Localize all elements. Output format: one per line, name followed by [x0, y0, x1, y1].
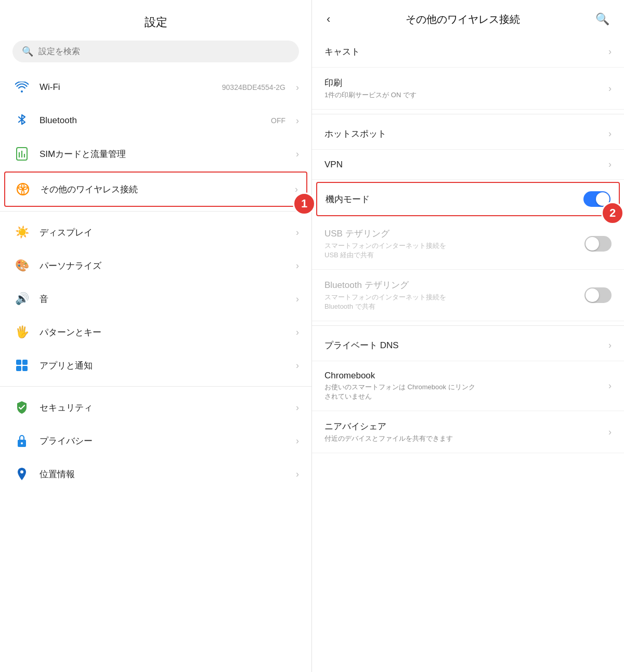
right-item-cast[interactable]: キャスト ›: [312, 36, 624, 68]
search-input[interactable]: [38, 47, 290, 56]
security-label: セキュリティ: [40, 402, 288, 414]
cast-label: キャスト: [324, 46, 600, 58]
hotspot-label: ホットスポット: [324, 128, 600, 140]
print-sub: 1件の印刷サービスが ON です: [324, 90, 600, 100]
divider-2: [0, 386, 311, 387]
dns-chevron: ›: [608, 340, 612, 351]
display-label-area: ディスプレイ: [40, 227, 288, 239]
right-item-nearby[interactable]: ニアバイシェア 付近のデバイスとファイルを共有できます ›: [312, 411, 624, 453]
apps-label-area: アプリと通知: [40, 360, 288, 372]
pattern-label-area: パターンとキー: [40, 326, 288, 338]
bluetooth-label-area: Bluetooth: [40, 115, 263, 126]
svg-point-5: [22, 188, 24, 190]
privacy-label-area: プライバシー: [40, 435, 288, 447]
bt-tether-label: Bluetooth テザリング: [324, 279, 576, 291]
bluetooth-status: OFF: [271, 116, 285, 125]
personalize-chevron: ›: [296, 260, 299, 271]
right-item-hotspot[interactable]: ホットスポット ›: [312, 118, 624, 150]
apps-label: アプリと通知: [40, 360, 288, 372]
hotspot-label-area: ホットスポット: [324, 128, 600, 140]
right-search-button[interactable]: 🔍: [591, 10, 614, 28]
sidebar-item-apps[interactable]: アプリと通知 ›: [0, 349, 311, 382]
display-chevron: ›: [296, 227, 299, 238]
airplane-label: 機内モード: [326, 193, 575, 205]
sound-icon: 🔊: [12, 289, 31, 308]
sidebar-item-location[interactable]: 位置情報 ›: [0, 457, 311, 491]
nearby-chevron: ›: [608, 427, 612, 438]
bt-tether-toggle: [584, 287, 612, 303]
vpn-label: VPN: [324, 160, 600, 170]
chromebook-label-area: Chromebook お使いのスマートフォンは Chromebook にリンクさ…: [324, 371, 600, 401]
personalize-label: パーソナライズ: [40, 260, 288, 272]
usb-tether-toggle: [584, 236, 612, 252]
right-item-airplane[interactable]: 機内モード 2: [316, 182, 620, 216]
left-panel: 設定 🔍 Wi-Fi 90324BDE4554-2G › Bluetooth: [0, 0, 312, 672]
security-label-area: セキュリティ: [40, 402, 288, 414]
display-icon: ☀️: [12, 223, 31, 242]
sidebar-item-display[interactable]: ☀️ ディスプレイ ›: [0, 216, 311, 249]
sound-chevron: ›: [296, 294, 299, 305]
sidebar-item-personalize[interactable]: 🎨 パーソナライズ ›: [0, 249, 311, 282]
print-label-area: 印刷 1件の印刷サービスが ON です: [324, 77, 600, 100]
wireless-label-area: その他のワイヤレス接続: [41, 183, 287, 195]
wireless-other-icon: [14, 180, 32, 199]
sound-label: 音: [40, 293, 288, 305]
right-panel-title: その他のワイヤレス接続: [340, 12, 586, 27]
sidebar-item-privacy[interactable]: プライバシー ›: [0, 424, 311, 457]
hotspot-chevron: ›: [608, 128, 612, 139]
right-item-print[interactable]: 印刷 1件の印刷サービスが ON です ›: [312, 68, 624, 110]
apps-chevron: ›: [296, 360, 299, 371]
right-panel-header: ‹ その他のワイヤレス接続 🔍: [312, 0, 624, 36]
right-divider-1: [312, 114, 624, 114]
sidebar-item-pattern[interactable]: 🖐️ パターンとキー ›: [0, 315, 311, 349]
pattern-label: パターンとキー: [40, 326, 288, 338]
bt-tether-sub: スマートフォンのインターネット接続をBluetooth で共有: [324, 293, 576, 311]
wifi-chevron: ›: [296, 82, 299, 93]
personalize-icon: 🎨: [12, 256, 31, 275]
airplane-label-area: 機内モード: [326, 193, 575, 205]
wireless-label: その他のワイヤレス接続: [41, 183, 287, 195]
display-label: ディスプレイ: [40, 227, 288, 239]
right-divider-2: [312, 325, 624, 326]
annotation-2: 2: [601, 202, 624, 225]
sound-label-area: 音: [40, 293, 288, 305]
security-icon: [12, 398, 31, 417]
sidebar-item-bluetooth[interactable]: Bluetooth OFF ›: [0, 104, 311, 137]
nearby-label-area: ニアバイシェア 付近のデバイスとファイルを共有できます: [324, 420, 600, 443]
wifi-label-area: Wi-Fi: [40, 82, 214, 93]
personalize-label-area: パーソナライズ: [40, 260, 288, 272]
sidebar-item-wireless[interactable]: その他のワイヤレス接続 › 1: [4, 172, 307, 207]
privacy-label: プライバシー: [40, 435, 288, 447]
location-label-area: 位置情報: [40, 468, 288, 480]
print-label: 印刷: [324, 77, 600, 89]
right-item-dns[interactable]: プライベート DNS ›: [312, 330, 624, 361]
apps-icon: [12, 356, 31, 375]
svg-rect-7: [22, 360, 28, 365]
print-chevron: ›: [608, 83, 612, 94]
sidebar-item-sim[interactable]: SIMカードと流量管理 ›: [0, 137, 311, 170]
nearby-label: ニアバイシェア: [324, 420, 600, 432]
sim-label: SIMカードと流量管理: [40, 148, 288, 160]
right-item-bt-tether: Bluetooth テザリング スマートフォンのインターネット接続をBlueto…: [312, 270, 624, 321]
bluetooth-chevron: ›: [296, 115, 299, 126]
cast-chevron: ›: [608, 46, 612, 57]
bt-tether-label-area: Bluetooth テザリング スマートフォンのインターネット接続をBlueto…: [324, 279, 576, 311]
sidebar-item-security[interactable]: セキュリティ ›: [0, 391, 311, 424]
vpn-label-area: VPN: [324, 160, 600, 170]
search-icon: 🔍: [22, 46, 33, 57]
sidebar-item-sound[interactable]: 🔊 音 ›: [0, 282, 311, 315]
sidebar-item-wifi[interactable]: Wi-Fi 90324BDE4554-2G ›: [0, 71, 311, 104]
privacy-icon: [12, 431, 31, 450]
svg-rect-9: [22, 366, 28, 371]
location-chevron: ›: [296, 469, 299, 480]
svg-rect-6: [16, 360, 21, 365]
sim-chevron: ›: [296, 149, 299, 160]
dns-label: プライベート DNS: [324, 339, 600, 351]
svg-point-12: [20, 470, 23, 473]
right-item-vpn[interactable]: VPN ›: [312, 150, 624, 180]
usb-tether-label: USB テザリング: [324, 228, 576, 240]
back-button[interactable]: ‹: [322, 10, 334, 28]
search-bar[interactable]: 🔍: [12, 41, 299, 62]
right-item-chromebook[interactable]: Chromebook お使いのスマートフォンは Chromebook にリンクさ…: [312, 361, 624, 411]
usb-tether-label-area: USB テザリング スマートフォンのインターネット接続をUSB 経由で共有: [324, 228, 576, 260]
